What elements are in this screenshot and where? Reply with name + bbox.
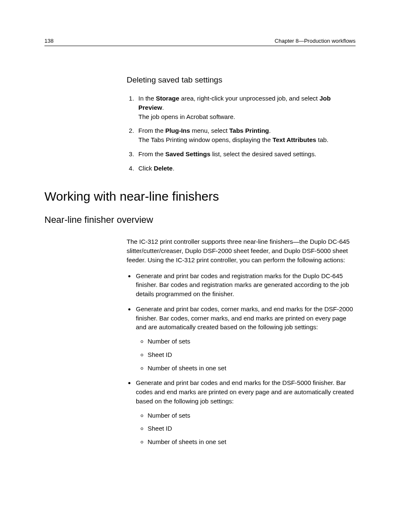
sub-sheet-id: Sheet ID <box>148 424 356 433</box>
sub-number-of-sets: Number of sets <box>148 337 356 346</box>
text: Generate and print bar codes, corner mar… <box>136 305 353 331</box>
step-2: From the Plug-Ins menu, select Tabs Prin… <box>136 126 356 145</box>
sub-sheets-in-set: Number of sheets in one set <box>148 437 356 447</box>
deleting-section: Deleting saved tab settings In the Stora… <box>127 75 356 173</box>
bold-saved-settings: Saved Settings <box>165 150 210 158</box>
dsf5000-subs: Number of sets Sheet ID Number of sheets… <box>136 411 356 447</box>
text: The Tabs Printing window opens, displayi… <box>138 136 273 143</box>
text: Click <box>138 165 154 172</box>
overview-intro: The IC-312 print controller supports thr… <box>127 237 356 264</box>
step-4: Click Delete. <box>136 164 356 173</box>
bullet-dsf2000: Generate and print bar codes, corner mar… <box>135 305 356 373</box>
chapter-label: Chapter 8—Production workflows <box>275 38 356 44</box>
deleting-steps: In the Storage area, right-click your un… <box>127 94 356 173</box>
sub-sheets-in-set: Number of sheets in one set <box>148 364 356 373</box>
step-3: From the Saved Settings list, select the… <box>136 150 356 159</box>
overview-title: Near-line finisher overview <box>44 214 356 225</box>
bold-text-attributes: Text Attributes <box>273 136 316 143</box>
deleting-title: Deleting saved tab settings <box>127 75 356 85</box>
sub-sheet-id: Sheet ID <box>148 350 356 359</box>
text: . <box>173 165 174 172</box>
text: . <box>162 104 164 111</box>
text: tab. <box>316 136 328 143</box>
text: From the <box>138 127 165 134</box>
text: Generate and print bar codes and end mar… <box>136 379 353 405</box>
text: . <box>269 127 270 134</box>
text: The job opens in Acrobat software. <box>138 113 235 120</box>
bold-plugins: Plug-Ins <box>165 127 190 134</box>
text: In the <box>138 95 156 102</box>
text: From the <box>138 150 165 158</box>
bullet-dsf5000: Generate and print bar codes and end mar… <box>135 378 356 447</box>
page-number: 138 <box>44 38 54 44</box>
text: area, right-click your unprocessed job, … <box>179 95 319 102</box>
page: 138 Chapter 8—Production workflows Delet… <box>0 0 400 532</box>
overview-bullets: Generate and print bar codes and registr… <box>127 271 356 447</box>
bold-tabs-printing: Tabs Printing <box>229 127 269 134</box>
text: list, select the desired saved settings. <box>210 150 317 158</box>
step-1: In the Storage area, right-click your un… <box>136 94 356 121</box>
bold-storage: Storage <box>156 95 179 102</box>
page-header: 138 Chapter 8—Production workflows <box>44 38 356 46</box>
sub-number-of-sets: Number of sets <box>148 411 356 420</box>
overview-body: The IC-312 print controller supports thr… <box>127 237 356 447</box>
text: menu, select <box>190 127 229 134</box>
bold-delete: Delete <box>154 165 173 172</box>
dsf2000-subs: Number of sets Sheet ID Number of sheets… <box>136 337 356 372</box>
bullet-dc645: Generate and print bar codes and registr… <box>135 271 356 299</box>
section-title: Working with near-line finishers <box>44 189 356 204</box>
